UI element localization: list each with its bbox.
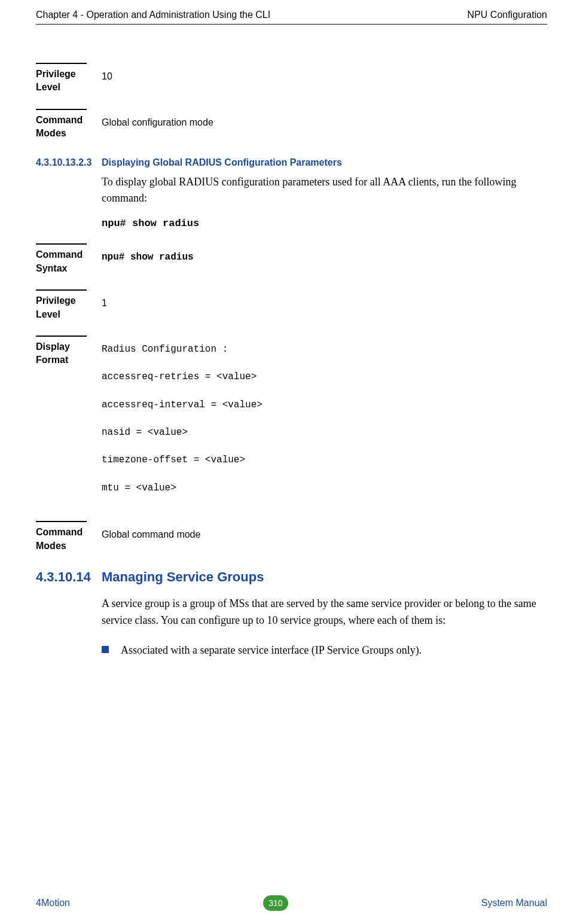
display-format-line: mtu = <value>: [102, 479, 547, 497]
property-rule: [36, 336, 87, 337]
section-body: To display global RADIUS configuration p…: [102, 174, 547, 208]
display-format-value: Radius Configuration : accessreq-retries…: [102, 340, 547, 507]
display-format-line: accessreq-retries = <value>: [102, 368, 547, 386]
command-syntax-label: Command Syntax: [36, 248, 102, 275]
display-format-line: timezone-offset = <value>: [102, 451, 547, 469]
section-title: Managing Service Groups: [102, 569, 264, 585]
property-rule: [36, 109, 87, 110]
privilege-level-label: Privilege Level: [36, 68, 102, 94]
property-rule: [36, 521, 87, 522]
display-format-line: nasid = <value>: [102, 423, 547, 441]
section-number: 4.3.10.14: [36, 569, 102, 585]
header-right: NPU Configuration: [468, 10, 547, 20]
display-format-line: Radius Configuration :: [102, 340, 547, 358]
command-modes-value: Global command mode: [102, 526, 547, 544]
footer-left: 4Motion: [36, 898, 70, 908]
section-command: npu# show radius: [102, 218, 547, 229]
bullet-square-icon: [102, 646, 109, 653]
privilege-level-label: Privilege Level: [36, 294, 102, 321]
page-number-pill: 310: [263, 895, 288, 911]
header-left: Chapter 4 - Operation and Administration…: [36, 10, 270, 20]
bullet-text: Associated with a separate service inter…: [121, 642, 422, 659]
property-rule: [36, 63, 87, 64]
footer-right: System Manual: [481, 898, 547, 908]
command-modes-label: Command Modes: [36, 114, 102, 141]
privilege-level-value: 10: [102, 68, 547, 86]
section-body: A service group is a group of MSs that a…: [102, 596, 547, 629]
property-rule: [36, 289, 87, 291]
footer-center: 310: [263, 895, 288, 911]
display-format-label: Display Format: [36, 340, 102, 367]
property-rule: [36, 243, 87, 245]
command-syntax-value: npu# show radius: [102, 248, 547, 266]
privilege-level-value: 1: [102, 294, 547, 312]
command-modes-value: Global configuration mode: [102, 114, 547, 132]
display-format-line: accessreq-interval = <value>: [102, 396, 547, 414]
section-title: Displaying Global RADIUS Configuration P…: [102, 157, 342, 168]
command-modes-label: Command Modes: [36, 526, 102, 553]
section-number: 4.3.10.13.2.3: [36, 157, 102, 168]
